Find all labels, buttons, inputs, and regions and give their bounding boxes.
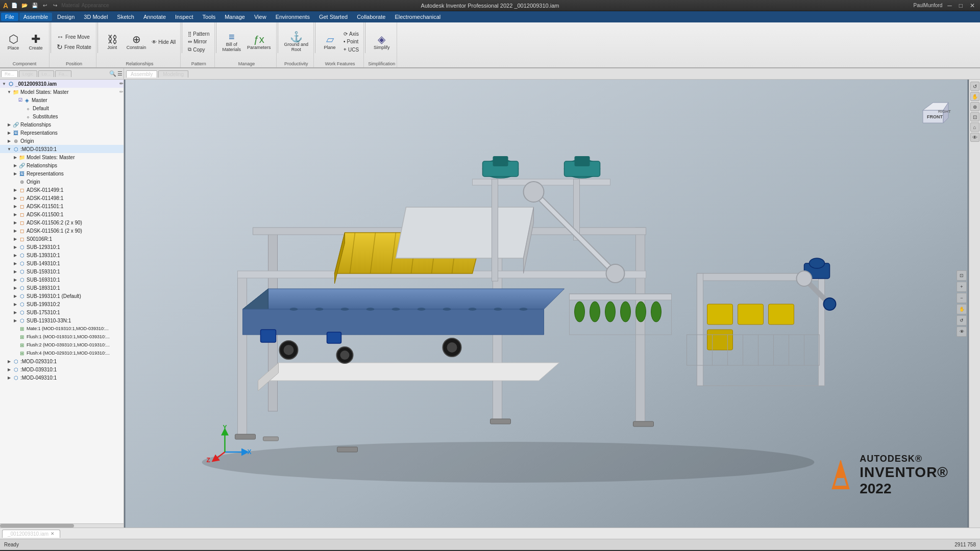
free-move-button[interactable]: ↔ Free Move [55, 32, 93, 41]
tree-item[interactable]: ⊞ Mate:1 (MOD-019310:1,MOD-039310:... [0, 324, 124, 333]
ucs-button[interactable]: ⌖ UCS [342, 46, 360, 53]
tree-item[interactable]: ▶ 📁 Model States: Master [0, 153, 124, 161]
tree-item[interactable]: ▶ ⬡ SUB-199310:2 [0, 300, 124, 308]
point-button[interactable]: • Point [342, 38, 360, 45]
tree-item-mod019[interactable]: ▼ ⬡ :MOD-019310:1 [0, 145, 124, 153]
tree-item[interactable]: ⊞ Flush:1 (MOD-019310:1,MOD-039310:... [0, 333, 124, 341]
zoom-in-btn[interactable]: + [957, 282, 967, 292]
constrain-button[interactable]: ⊕ Constrain [125, 33, 149, 51]
modeling-tab[interactable]: Modeling [158, 70, 188, 78]
tree-item[interactable]: ▶ 🔗 Relationships [0, 120, 124, 129]
tab-fa[interactable]: Fa... [55, 70, 71, 77]
tree-item[interactable]: ▶ ⬡ SUB-149310:1 [0, 259, 124, 267]
close-doc-icon[interactable]: ✕ [51, 531, 55, 536]
tree-item[interactable]: ⬦ Default [0, 104, 124, 112]
tree-item[interactable]: ⊞ Flush:2 (MOD-039310:1,MOD-019310:... [0, 341, 124, 349]
menu-inspect[interactable]: Inspect [171, 13, 197, 21]
menu-file[interactable]: File [1, 13, 18, 21]
maximize-btn[interactable]: □ [957, 2, 965, 9]
tree-item[interactable]: ▼ 📁 Model States: Master ✏ [0, 88, 124, 96]
menu-sketch[interactable]: Sketch [113, 13, 138, 21]
edit-icon-2[interactable]: ✏ [119, 89, 124, 94]
tree-item[interactable]: ▶ ⬡ SUB-129310:1 [0, 243, 124, 251]
close-btn[interactable]: ✕ [968, 2, 977, 9]
free-rotate-button[interactable]: ↻ Free Rotate [55, 42, 93, 52]
bom-button[interactable]: ≡ Bill of Materials [220, 31, 243, 54]
tree-item[interactable]: ▶ ◻ ADSK-011500:1 [0, 210, 124, 218]
nav-zoom-btn[interactable]: ⊕ [970, 102, 979, 111]
tree-item[interactable]: ▶ 🔗 Relationships [0, 161, 124, 169]
menu-design[interactable]: Design [53, 13, 79, 21]
copy-button[interactable]: ⧉ Copy [186, 46, 211, 53]
search-icon[interactable]: 🔍 [109, 70, 116, 77]
menu-electromechanical[interactable]: Electromechanical [390, 13, 445, 21]
tree-item[interactable]: ▶ ⬡ SUB-189310:1 [0, 284, 124, 292]
pan-btn[interactable]: ✋ [957, 304, 967, 314]
tree-item[interactable]: ▶ ◻ ADSK-011506:2 (2 x 90) [0, 218, 124, 227]
menu-view[interactable]: View [250, 13, 271, 21]
menu-collaborate[interactable]: Collaborate [353, 13, 389, 21]
open-icon[interactable]: 📂 [20, 2, 29, 10]
simplify-button[interactable]: ◈ Simplify [372, 33, 392, 51]
tree-item[interactable]: ▶ ◻ ADSK-011501:1 [0, 202, 124, 210]
zoom-fit-btn[interactable]: ⊡ [957, 270, 967, 281]
save-icon[interactable]: 💾 [31, 2, 39, 10]
place-button[interactable]: ⬡ Place [3, 33, 23, 52]
pattern-button[interactable]: ⣿ Pattern [186, 31, 211, 37]
nav-home-btn[interactable]: ⌂ [970, 122, 979, 132]
tree-item[interactable]: ▶ 🖼 Representations [0, 129, 124, 137]
menu-assemble[interactable]: Assemble [19, 13, 52, 21]
tree-item[interactable]: ▶ ◻ ADSK-011498:1 [0, 194, 124, 202]
tree-item[interactable]: ▶ ◻ ADSK-011506:1 (2 x 90) [0, 227, 124, 235]
nav-pan-btn[interactable]: ✋ [970, 92, 979, 101]
edit-icon[interactable]: ✏ [119, 81, 124, 86]
zoom-out-btn[interactable]: − [957, 293, 967, 303]
nav-fit-btn[interactable]: ⊡ [970, 112, 979, 121]
tree-item[interactable]: ⬦ Substitutes [0, 112, 124, 120]
menu-3dmodel[interactable]: 3D Model [80, 13, 112, 21]
tree-item-mod029[interactable]: ▶ ⬡ :MOD-029310:1 [0, 357, 124, 365]
redo-icon[interactable]: ↪ [51, 2, 59, 10]
parameters-button[interactable]: ƒx Parameters [245, 33, 273, 51]
doc-tab-active[interactable]: _0012009310.iam ✕ [2, 530, 60, 538]
joint-button[interactable]: ⛓ Joint [102, 33, 122, 51]
new-icon[interactable]: 📄 [10, 2, 18, 10]
minimize-btn[interactable]: ─ [945, 2, 954, 9]
plane-button[interactable]: ▱ Plane [320, 33, 340, 51]
undo-icon[interactable]: ↩ [41, 2, 49, 10]
tree-item[interactable]: ▶ 🖼 Representations [0, 169, 124, 178]
viewport[interactable]: X Y Z [124, 80, 969, 528]
tab-re[interactable]: Re... [1, 70, 18, 77]
horizontal-scrollbar[interactable] [0, 523, 124, 528]
tree-item[interactable]: ▶ ◻ ADSK-011499:1 [0, 186, 124, 194]
hide-all-button[interactable]: 👁 Hide All [150, 39, 177, 45]
tree-item[interactable]: ▶ ⬡ SUB-175310:1 [0, 308, 124, 316]
nav-view-btn[interactable]: 👁 [970, 133, 979, 142]
tree-item[interactable]: ▶ ⊕ Origin [0, 137, 124, 145]
assembly-tab[interactable]: Assembly [126, 70, 157, 78]
nav-orbit-btn[interactable]: ↺ [970, 82, 979, 91]
menu-environments[interactable]: Environments [272, 13, 314, 21]
tree-item[interactable]: ⊞ Flush:4 (MOD-029310:1,MOD-019310:... [0, 349, 124, 357]
tree-item[interactable]: ▶ ⬡ SUB-119310-33N:1 [0, 316, 124, 324]
create-button[interactable]: ✚ Create [26, 33, 46, 52]
tree-item[interactable]: ▶ ⬡ SUB-139310:1 [0, 251, 124, 259]
view-cube[interactable]: FRONT RIGHT [913, 95, 953, 136]
ground-root-button[interactable]: ⚓ Ground and Root [282, 31, 311, 54]
tree-item[interactable]: ▶ ⬡ SUB-169310:1 [0, 276, 124, 284]
axis-button[interactable]: ⟳ Axis [342, 31, 360, 37]
menu-tools[interactable]: Tools [199, 13, 220, 21]
panel-menu-icon[interactable]: ☰ [117, 70, 122, 77]
mirror-button[interactable]: ⇔ Mirror [186, 38, 211, 45]
orbit-btn[interactable]: ↺ [957, 315, 967, 325]
tree-item[interactable]: ⊕ Origin [0, 178, 124, 186]
tree-item[interactable]: ▶ ⬡ SUB-199310:1 (Default) [0, 292, 124, 300]
tree-item[interactable]: ☑ ◈ Master [0, 96, 124, 104]
tree-item-mod049[interactable]: ▶ ⬡ :MOD-049310:1 [0, 373, 124, 382]
menu-annotate[interactable]: Annotate [139, 13, 170, 21]
menu-manage[interactable]: Manage [220, 13, 249, 21]
tree-item[interactable]: ▶ ⬡ SUB-159310:1 [0, 267, 124, 276]
tree-item-mod039[interactable]: ▶ ⬡ :MOD-039310:1 [0, 365, 124, 373]
tab-logic[interactable]: Logic [19, 70, 37, 77]
menu-get-started[interactable]: Get Started [315, 13, 352, 21]
